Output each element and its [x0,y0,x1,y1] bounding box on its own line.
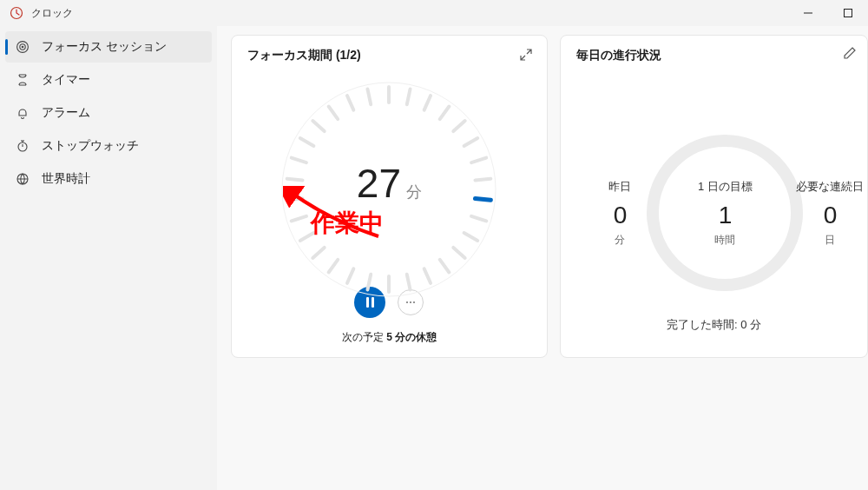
svg-line-30 [287,198,303,200]
next-up-text: 次の予定 5 分の休憩 [342,330,437,345]
expand-button[interactable] [517,46,535,63]
pause-icon [366,297,374,308]
focus-session-card: フォーカス期間 (1/2) 27 分 ⋯ [231,35,548,358]
svg-line-27 [313,248,325,258]
svg-line-10 [424,96,431,109]
svg-line-24 [368,275,372,290]
daily-progress-card: 毎日の進行状況 昨日 0 分 1 日の目標 1 時間 [560,35,868,358]
svg-line-26 [329,260,339,273]
edit-button[interactable] [843,46,860,63]
metric-unit: 分 [585,233,654,248]
svg-line-20 [440,260,450,273]
svg-line-12 [454,121,465,131]
sidebar-item-label: アラーム [42,105,90,121]
metric-label: 1 日の目標 [698,179,753,195]
svg-line-13 [464,138,478,146]
metric-label: 必要な連続日 [795,179,865,195]
svg-rect-1 [845,10,852,17]
svg-line-18 [464,233,478,241]
metric-value: 1 [719,202,733,229]
stopwatch-icon [16,139,30,153]
sidebar-item-label: フォーカス セッション [42,39,167,55]
sidebar-item-label: 世界時計 [42,171,90,187]
bell-icon [16,106,30,120]
app-title: クロック [31,6,73,21]
maximize-button[interactable] [828,0,868,26]
svg-line-19 [454,248,465,258]
sidebar: フォーカス セッション タイマー アラーム ストップウォッチ [0,26,217,490]
svg-line-34 [313,121,325,131]
svg-line-28 [300,233,314,241]
title-bar: クロック [0,0,868,26]
metric-unit: 日 [795,233,865,248]
svg-line-31 [287,179,303,181]
globe-icon [16,172,30,186]
target-icon [16,40,30,54]
svg-line-9 [407,89,411,105]
sidebar-item-label: タイマー [42,72,90,88]
svg-line-33 [300,138,314,146]
hourglass-icon [16,73,30,87]
completed-time-text: 完了した時間: 0 分 [576,317,852,333]
svg-line-35 [329,107,339,120]
svg-line-14 [472,158,487,163]
app-icon [9,5,24,21]
sidebar-item-stopwatch[interactable]: ストップウォッチ [5,130,212,162]
sidebar-item-world-clock[interactable]: 世界時計 [5,163,212,195]
svg-point-7 [282,83,496,296]
daily-goal-ring: 1 日の目標 1 時間 [647,135,803,291]
svg-line-25 [347,268,353,282]
svg-line-32 [292,158,306,163]
progress-card-title: 毎日の進行状況 [576,48,852,63]
sidebar-item-timer[interactable]: タイマー [5,64,212,96]
svg-line-11 [440,107,450,120]
svg-point-4 [22,46,23,48]
svg-line-17 [472,216,487,222]
metric-unit: 時間 [714,233,735,248]
svg-line-21 [424,268,431,282]
focus-card-title: フォーカス期間 (1/2) [247,48,361,63]
sidebar-item-label: ストップウォッチ [42,138,139,154]
svg-line-29 [292,216,306,222]
svg-line-22 [407,275,411,290]
main-content: フォーカス期間 (1/2) 27 分 ⋯ [217,26,868,490]
svg-line-36 [347,96,353,109]
metric-value: 0 [795,202,865,229]
svg-line-16 [476,198,491,200]
metric-label: 昨日 [585,179,654,195]
minimize-button[interactable] [788,0,828,26]
metric-yesterday: 昨日 0 分 [585,179,654,248]
focus-timer-dial: 27 分 [280,81,497,285]
svg-line-15 [476,179,491,181]
metric-streak: 必要な連続日 0 日 [795,179,865,248]
metric-value: 0 [585,202,654,229]
svg-line-37 [368,89,372,105]
sidebar-item-focus-session[interactable]: フォーカス セッション [5,31,212,63]
sidebar-item-alarm[interactable]: アラーム [5,97,212,129]
